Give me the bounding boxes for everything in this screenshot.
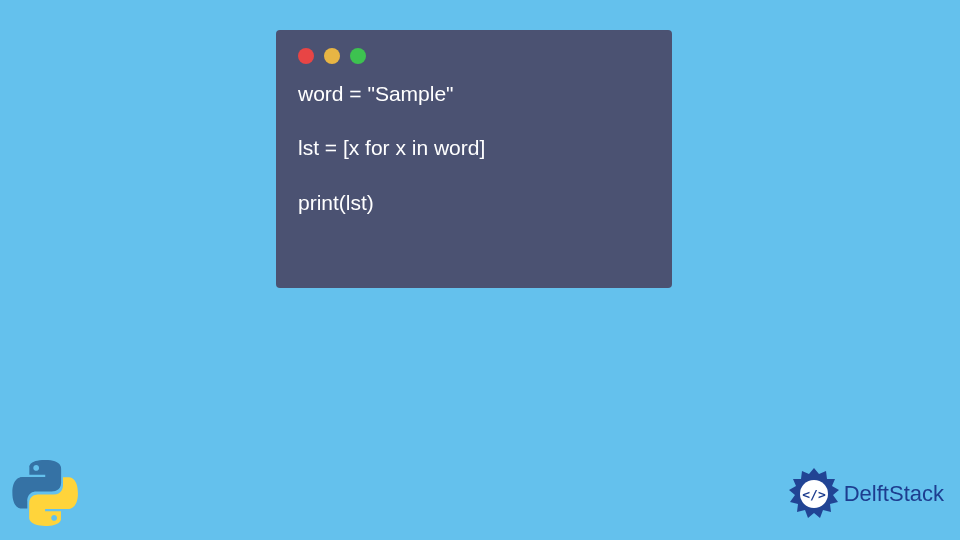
code-line-1: word = "Sample"	[298, 80, 650, 107]
code-line-3: lst = [x for x in word]	[298, 134, 650, 161]
python-logo-icon	[12, 460, 78, 526]
code-line-4	[298, 162, 650, 189]
minimize-dot-icon	[324, 48, 340, 64]
code-line-2	[298, 107, 650, 134]
code-line-5: print(lst)	[298, 189, 650, 216]
code-window: word = "Sample" lst = [x for x in word] …	[276, 30, 672, 288]
delftstack-badge-icon: </>	[786, 466, 842, 522]
delftstack-logo: </> DelftStack	[786, 466, 944, 522]
code-content: word = "Sample" lst = [x for x in word] …	[298, 80, 650, 216]
delftstack-text: DelftStack	[844, 481, 944, 507]
svg-text:</>: </>	[802, 487, 826, 502]
window-controls	[298, 48, 650, 64]
maximize-dot-icon	[350, 48, 366, 64]
close-dot-icon	[298, 48, 314, 64]
